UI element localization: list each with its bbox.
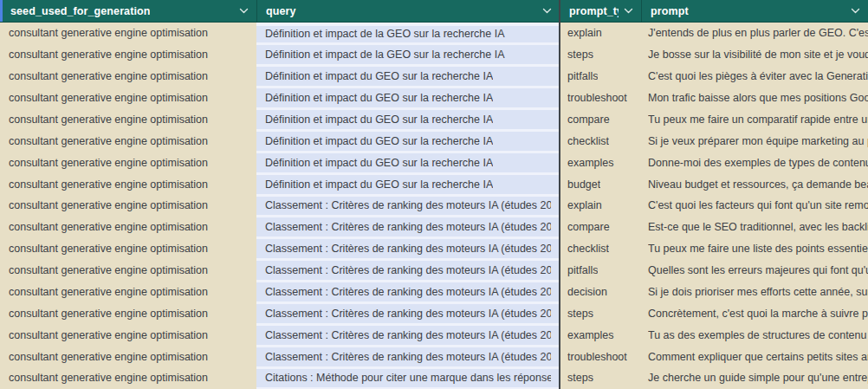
cell-prompt-type[interactable]: steps xyxy=(560,367,641,389)
cell-seed-used-for-generation[interactable]: consultant generative engine optimisatio… xyxy=(0,302,256,324)
column-header-seed-used-for-generation[interactable]: seed_used_for_generation xyxy=(0,0,256,22)
cell-text: Tu as des exemples de structures de cont… xyxy=(648,329,868,341)
cell-seed-used-for-generation[interactable]: consultant generative engine optimisatio… xyxy=(0,44,256,66)
cell-query[interactable]: Définition et impact du GEO sur la reche… xyxy=(256,109,560,131)
cell-text: Comment expliquer que certains petits si… xyxy=(648,351,868,363)
chevron-down-icon[interactable] xyxy=(239,8,249,14)
cell-prompt[interactable]: Mon trafic baisse alors que mes position… xyxy=(641,88,868,109)
cell-query[interactable]: Définition et impact du GEO sur la reche… xyxy=(256,152,560,173)
data-table: seed_used_for_generation query prompt_ty… xyxy=(0,0,868,389)
column-header-query[interactable]: query xyxy=(256,0,560,22)
cell-prompt-type[interactable]: pitfalls xyxy=(560,66,641,88)
cell-prompt[interactable]: Si je dois prioriser mes efforts cette a… xyxy=(641,282,868,303)
cell-seed-used-for-generation[interactable]: consultant generative engine optimisatio… xyxy=(0,367,256,389)
table-row: consultant generative engine optimisatio… xyxy=(0,346,868,367)
cell-seed-used-for-generation[interactable]: consultant generative engine optimisatio… xyxy=(0,173,256,195)
cell-text: Définition et impact du GEO sur la reche… xyxy=(265,113,493,126)
cell-text: consultant generative engine optimisatio… xyxy=(9,243,208,255)
cell-seed-used-for-generation[interactable]: consultant generative engine optimisatio… xyxy=(0,66,256,88)
cell-query[interactable]: Classement : Critères de ranking des mot… xyxy=(256,260,560,282)
column-header-prompt[interactable]: prompt xyxy=(641,0,868,22)
cell-query[interactable]: Définition et impact du GEO sur la reche… xyxy=(256,66,560,88)
cell-query[interactable]: Classement : Critères de ranking des mot… xyxy=(256,346,560,367)
cell-prompt[interactable]: Est-ce que le SEO traditionnel, avec les… xyxy=(641,217,868,238)
cell-seed-used-for-generation[interactable]: consultant generative engine optimisatio… xyxy=(0,109,256,131)
cell-prompt-type[interactable]: examples xyxy=(560,152,641,173)
cell-text: Définition et impact du GEO sur la reche… xyxy=(265,70,493,82)
cell-prompt-type[interactable]: examples xyxy=(560,324,641,346)
cell-query[interactable]: Citations : Méthode pour citer une marqu… xyxy=(256,367,560,389)
cell-text: Classement : Critères de ranking des mot… xyxy=(265,329,551,341)
cell-prompt[interactable]: C'est quoi les facteurs qui font qu'un s… xyxy=(641,195,868,217)
cell-prompt[interactable]: J'entends de plus en plus parler de GEO.… xyxy=(641,23,868,44)
cell-seed-used-for-generation[interactable]: consultant generative engine optimisatio… xyxy=(0,324,256,346)
cell-seed-used-for-generation[interactable]: consultant generative engine optimisatio… xyxy=(0,195,256,217)
cell-prompt-type[interactable]: compare xyxy=(560,109,641,131)
cell-seed-used-for-generation[interactable]: consultant generative engine optimisatio… xyxy=(0,260,256,282)
cell-query[interactable]: Classement : Critères de ranking des mot… xyxy=(256,324,560,346)
chevron-down-icon[interactable] xyxy=(542,8,552,14)
column-header-label: prompt_type xyxy=(569,5,619,17)
cell-prompt-type[interactable]: explain xyxy=(560,23,641,44)
cell-prompt-type[interactable]: pitfalls xyxy=(560,260,641,282)
cell-prompt[interactable]: Donne-moi des exemples de types de conte… xyxy=(641,152,868,173)
cell-text: Classement : Critères de ranking des mot… xyxy=(265,308,551,320)
cell-query[interactable]: Définition et impact du GEO sur la reche… xyxy=(256,130,560,152)
cell-prompt-type[interactable]: explain xyxy=(560,195,641,217)
cell-seed-used-for-generation[interactable]: consultant generative engine optimisatio… xyxy=(0,23,256,44)
query-cell-highlight: Classement : Critères de ranking des mot… xyxy=(256,197,560,216)
chevron-down-icon[interactable] xyxy=(851,8,860,14)
query-cell-highlight: Définition et impact du GEO sur la reche… xyxy=(256,153,560,172)
cell-prompt-type[interactable]: decision xyxy=(560,282,641,303)
cell-prompt[interactable]: Je cherche un guide simple pour qu'une e… xyxy=(641,367,868,389)
cell-prompt-type[interactable]: steps xyxy=(560,302,641,324)
cell-text: J'entends de plus en plus parler de GEO.… xyxy=(648,27,868,39)
table-row: consultant generative engine optimisatio… xyxy=(0,109,868,131)
cell-query[interactable]: Définition et impact de la GEO sur la re… xyxy=(256,23,560,44)
cell-seed-used-for-generation[interactable]: consultant generative engine optimisatio… xyxy=(0,346,256,367)
cell-seed-used-for-generation[interactable]: consultant generative engine optimisatio… xyxy=(0,238,256,260)
column-header-prompt-type[interactable]: prompt_type xyxy=(560,0,641,22)
table-row: consultant generative engine optimisatio… xyxy=(0,260,868,282)
cell-prompt[interactable]: Niveau budget et ressources, ça demande … xyxy=(641,173,868,195)
cell-prompt-type[interactable]: checklist xyxy=(560,238,641,260)
cell-prompt[interactable]: Tu as des exemples de structures de cont… xyxy=(641,324,868,346)
cell-prompt[interactable]: Comment expliquer que certains petits si… xyxy=(641,346,868,367)
cell-prompt-type[interactable]: checklist xyxy=(560,130,641,152)
cell-prompt[interactable]: C'est quoi les pièges à éviter avec la G… xyxy=(641,66,868,88)
cell-prompt[interactable]: Tu peux me faire un comparatif rapide en… xyxy=(641,109,868,131)
cell-prompt[interactable]: Concrètement, c'est quoi la marche à sui… xyxy=(641,302,868,324)
cell-query[interactable]: Classement : Critères de ranking des mot… xyxy=(256,302,560,324)
cell-query[interactable]: Classement : Critères de ranking des mot… xyxy=(256,282,560,303)
cell-query[interactable]: Classement : Critères de ranking des mot… xyxy=(256,195,560,217)
cell-prompt-type[interactable]: steps xyxy=(560,44,641,66)
column-boundary-line[interactable] xyxy=(559,0,560,389)
cell-seed-used-for-generation[interactable]: consultant generative engine optimisatio… xyxy=(0,282,256,303)
cell-query[interactable]: Classement : Critères de ranking des mot… xyxy=(256,217,560,238)
cell-prompt[interactable]: Quelles sont les erreurs majeures qui fo… xyxy=(641,260,868,282)
cell-prompt-type[interactable]: troubleshoot xyxy=(560,346,641,367)
cell-query[interactable]: Définition et impact de la GEO sur la re… xyxy=(256,44,560,66)
cell-seed-used-for-generation[interactable]: consultant generative engine optimisatio… xyxy=(0,217,256,238)
cell-text: Définition et impact du GEO sur la reche… xyxy=(265,157,493,169)
query-cell-highlight: Classement : Critères de ranking des mot… xyxy=(256,304,560,323)
cell-text: explain xyxy=(567,27,602,39)
cell-query[interactable]: Définition et impact du GEO sur la reche… xyxy=(256,173,560,195)
table-header: seed_used_for_generation query prompt_ty… xyxy=(0,0,868,23)
cell-text: Classement : Critères de ranking des mot… xyxy=(265,286,551,298)
cell-seed-used-for-generation[interactable]: consultant generative engine optimisatio… xyxy=(0,88,256,109)
cell-query[interactable]: Classement : Critères de ranking des mot… xyxy=(256,238,560,260)
cell-prompt[interactable]: Tu peux me faire une liste des points es… xyxy=(641,238,868,260)
chevron-down-icon[interactable] xyxy=(624,8,633,14)
cell-text: decision xyxy=(567,286,607,298)
cell-prompt-type[interactable]: budget xyxy=(560,173,641,195)
cell-prompt-type[interactable]: troubleshoot xyxy=(560,88,641,109)
cell-prompt[interactable]: Je bosse sur la visibilité de mon site e… xyxy=(641,44,868,66)
table-row: consultant generative engine optimisatio… xyxy=(0,217,868,238)
cell-text: steps xyxy=(567,372,593,384)
cell-prompt-type[interactable]: compare xyxy=(560,217,641,238)
cell-query[interactable]: Définition et impact du GEO sur la reche… xyxy=(256,88,560,109)
cell-seed-used-for-generation[interactable]: consultant generative engine optimisatio… xyxy=(0,152,256,173)
cell-prompt[interactable]: Si je veux préparer mon équipe marketing… xyxy=(641,130,868,152)
cell-seed-used-for-generation[interactable]: consultant generative engine optimisatio… xyxy=(0,130,256,152)
